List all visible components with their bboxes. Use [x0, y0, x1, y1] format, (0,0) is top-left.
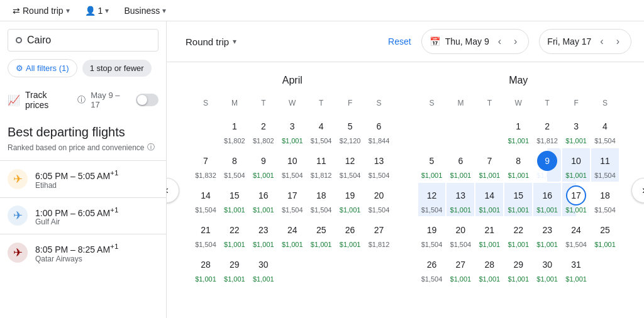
search-input[interactable] [27, 35, 150, 46]
day-cell[interactable]: 15$1,001 [221, 183, 248, 216]
day-cell [418, 114, 446, 147]
flight-card[interactable]: ✈ 8:05 PM – 8:25 AM+1 Qatar Airways [0, 234, 166, 271]
day-cell[interactable]: 10$1,504 [279, 148, 306, 182]
day-cell[interactable]: 28$1,001 [192, 252, 219, 285]
reset-button[interactable]: Reset [388, 36, 411, 47]
day-cell[interactable]: 2$1,802 [250, 114, 277, 147]
day-cell[interactable]: 28$1,001 [475, 252, 503, 285]
day-cell[interactable]: 3$1,001 [279, 114, 306, 147]
airline-logo: ✈ [8, 206, 28, 226]
calendar-trip-type[interactable]: Round trip ▾ [179, 33, 243, 51]
day-cell[interactable]: 11$1,504 [591, 148, 619, 182]
day-cell[interactable]: 30$1,001 [533, 252, 561, 285]
day-cell[interactable]: 8$1,001 [504, 148, 532, 182]
day-cell[interactable]: 16$1,001 [533, 183, 561, 216]
day-cell[interactable]: 16$1,001 [250, 183, 277, 216]
day-cell[interactable]: 24$1,001 [279, 217, 306, 251]
day-number: 16 [537, 185, 557, 206]
day-cell[interactable]: 4$1,504 [591, 114, 619, 147]
day-cell[interactable]: 31$1,001 [562, 252, 590, 285]
day-cell[interactable]: 25$1,001 [308, 217, 335, 251]
track-prices-toggle[interactable] [136, 94, 158, 106]
return-date-selector[interactable]: Fri, May 17 ‹ › [539, 29, 631, 54]
day-cell[interactable]: 7$1,832 [192, 148, 219, 182]
day-cell[interactable]: 9$1,001 [250, 148, 277, 182]
day-cell[interactable]: 17$1,001 [562, 183, 590, 216]
day-cell[interactable]: 30$1,001 [250, 252, 277, 285]
day-cell[interactable]: 18$1,504 [308, 183, 335, 216]
day-cell[interactable]: 26$1,001 [336, 217, 364, 251]
day-cell[interactable]: 24$1,504 [562, 217, 590, 251]
day-cell[interactable]: 1$1,001 [504, 114, 532, 147]
day-cell[interactable]: 19$1,001 [336, 183, 364, 216]
return-next-button[interactable]: › [613, 33, 623, 50]
trip-type-topbar[interactable]: ⇄ Round trip ▾ [8, 3, 75, 18]
day-cell[interactable]: 14$1,001 [475, 183, 503, 216]
day-cell[interactable]: 27$1,001 [447, 252, 474, 285]
day-number: 20 [450, 220, 470, 240]
day-cell[interactable]: 9$1,001 [533, 148, 561, 182]
day-cell[interactable]: 22$1,001 [221, 217, 248, 251]
stop-filter-button[interactable]: 1 stop or fewer [82, 60, 152, 77]
day-cell[interactable]: 14$1,504 [192, 183, 219, 216]
subtitle-info-icon[interactable]: ⓘ [147, 142, 155, 153]
may-calendar: May SMTWTFS1$1,0012$1,8123$1,0014$1,5045… [418, 75, 619, 317]
search-field[interactable] [8, 29, 158, 52]
day-cell[interactable]: 8$1,504 [221, 148, 248, 182]
day-cell[interactable]: 25$1,001 [591, 217, 619, 251]
day-header: S [192, 96, 219, 112]
track-info-icon[interactable]: ⓘ [77, 94, 86, 106]
day-cell[interactable]: 19$1,504 [418, 217, 446, 251]
day-price: $1,001 [508, 275, 529, 283]
day-cell[interactable]: 10$1,001 [562, 148, 590, 182]
day-cell[interactable]: 26$1,504 [418, 252, 446, 285]
day-cell[interactable]: 23$1,001 [250, 217, 277, 251]
day-cell[interactable]: 7$1,001 [475, 148, 503, 182]
calendar-trip-chevron: ▾ [233, 37, 236, 46]
day-cell[interactable]: 22$1,001 [504, 217, 532, 251]
day-cell[interactable]: 13$1,001 [447, 183, 474, 216]
flight-card[interactable]: ✈ 6:05 PM – 5:05 AM+1 Etihad [0, 160, 166, 197]
day-cell[interactable]: 11$1,812 [308, 148, 335, 182]
day-cell[interactable]: 29$1,001 [221, 252, 248, 285]
day-number: 13 [369, 151, 389, 171]
day-cell[interactable]: 21$1,001 [475, 217, 503, 251]
class-selector[interactable]: Business ▾ [119, 3, 171, 18]
day-number: 26 [421, 255, 441, 275]
day-cell[interactable]: 23$1,001 [533, 217, 561, 251]
day-cell [336, 252, 364, 285]
day-cell[interactable]: 20$1,504 [365, 183, 393, 216]
day-cell[interactable]: 5$2,120 [336, 114, 364, 147]
passengers-selector[interactable]: 👤 1 ▾ [80, 3, 114, 18]
day-number: 4 [595, 116, 615, 136]
day-cell[interactable]: 12$1,504 [336, 148, 364, 182]
day-cell[interactable]: 21$1,504 [192, 217, 219, 251]
day-number: 29 [225, 255, 245, 275]
day-cell[interactable]: 4$1,504 [308, 114, 335, 147]
day-cell[interactable]: 6$1,001 [447, 148, 474, 182]
day-cell[interactable]: 15$1,001 [504, 183, 532, 216]
april-calendar: April SMTWTFS1$1,8022$1,8023$1,0014$1,50… [192, 75, 393, 317]
departure-prev-button[interactable]: ‹ [494, 33, 505, 50]
day-cell[interactable]: 29$1,001 [504, 252, 532, 285]
day-cell[interactable]: 17$1,504 [279, 183, 306, 216]
day-cell[interactable]: 13$1,504 [365, 148, 393, 182]
day-cell[interactable]: 3$1,001 [562, 114, 590, 147]
departure-date-selector[interactable]: 📅 Thu, May 9 ‹ › [421, 29, 530, 54]
day-cell[interactable]: 1$1,802 [221, 114, 248, 147]
day-cell[interactable]: 2$1,812 [533, 114, 561, 147]
flight-card[interactable]: ✈ 1:00 PM – 6:05 AM+1 Gulf Air [0, 197, 166, 234]
departure-next-button[interactable]: › [510, 33, 521, 50]
return-prev-button[interactable]: ‹ [596, 33, 607, 50]
day-cell[interactable]: 6$1,844 [365, 114, 393, 147]
all-filters-button[interactable]: ⚙ All filters (1) [8, 59, 77, 77]
track-prices-label: Track prices [25, 90, 72, 110]
day-cell[interactable]: 27$1,812 [365, 217, 393, 251]
trip-type-chevron: ▾ [66, 6, 70, 15]
day-cell[interactable]: 18$1,504 [591, 183, 619, 216]
day-header: S [365, 96, 393, 112]
calendar-overlay: Round trip ▾ Reset 📅 Thu, May 9 ‹ › Fri,… [167, 21, 644, 318]
day-cell[interactable]: 5$1,001 [418, 148, 446, 182]
day-cell[interactable]: 20$1,504 [447, 217, 474, 251]
day-cell[interactable]: 12$1,504 [418, 183, 446, 216]
